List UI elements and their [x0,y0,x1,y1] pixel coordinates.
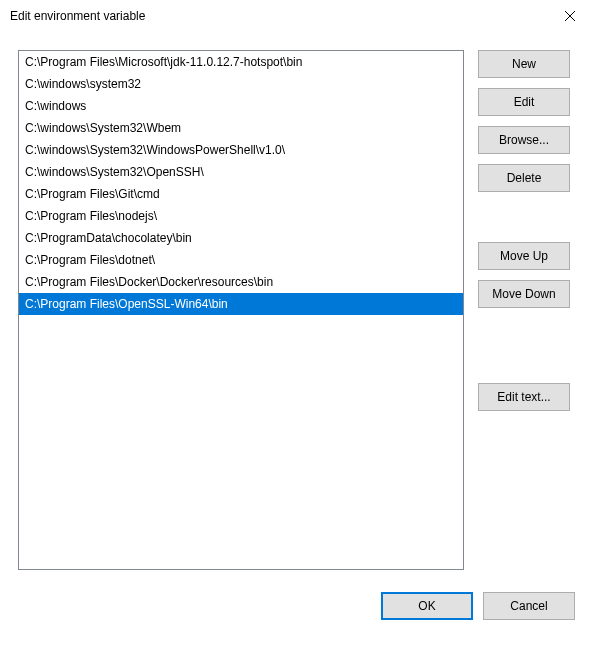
cancel-button[interactable]: Cancel [483,592,575,620]
list-item[interactable]: C:\windows\System32\Wbem [19,117,463,139]
list-item[interactable]: C:\windows\System32\OpenSSH\ [19,161,463,183]
list-item[interactable]: C:\Program Files\Docker\Docker\resources… [19,271,463,293]
list-item[interactable]: C:\Program Files\Git\cmd [19,183,463,205]
new-button[interactable]: New [478,50,570,78]
list-item[interactable]: C:\Program Files\nodejs\ [19,205,463,227]
browse-button[interactable]: Browse... [478,126,570,154]
dialog-footer: OK Cancel [18,592,575,630]
close-icon [565,11,575,21]
list-item[interactable]: C:\windows [19,95,463,117]
move-down-button[interactable]: Move Down [478,280,570,308]
list-item[interactable]: C:\windows\System32\WindowsPowerShell\v1… [19,139,463,161]
edit-button[interactable]: Edit [478,88,570,116]
close-button[interactable] [547,0,593,32]
list-item[interactable]: C:\Program Files\Microsoft\jdk-11.0.12.7… [19,51,463,73]
window-title: Edit environment variable [10,9,547,23]
path-listbox[interactable]: C:\Program Files\Microsoft\jdk-11.0.12.7… [18,50,464,570]
titlebar: Edit environment variable [0,0,593,32]
delete-button[interactable]: Delete [478,164,570,192]
dialog-content: C:\Program Files\Microsoft\jdk-11.0.12.7… [0,32,593,648]
list-item[interactable]: C:\Program Files\OpenSSL-Win64\bin [19,293,463,315]
list-item[interactable]: C:\Program Files\dotnet\ [19,249,463,271]
side-button-column: New Edit Browse... Delete Move Up Move D… [478,50,570,570]
list-item[interactable]: C:\ProgramData\chocolatey\bin [19,227,463,249]
list-item[interactable]: C:\windows\system32 [19,73,463,95]
ok-button[interactable]: OK [381,592,473,620]
edit-text-button[interactable]: Edit text... [478,383,570,411]
move-up-button[interactable]: Move Up [478,242,570,270]
